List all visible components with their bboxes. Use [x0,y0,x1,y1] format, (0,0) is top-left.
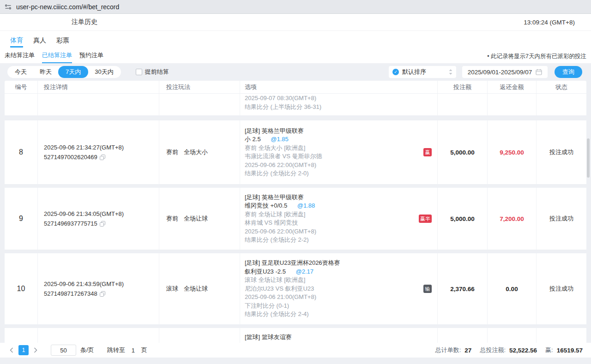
filter-bar: 今天 昨天 7天内 30天内 提前结算 ✓ 默认排序 2025/09/01-20… [7,66,586,78]
option-result-score: 结果比分 (全场比分 2-2) [245,236,437,245]
page-number-button[interactable]: 1 [18,345,29,355]
option-match: 林肯城 VS 维冈竞技 [245,219,437,227]
play-phase: 赛前 [166,148,178,156]
total-win-label: 赢: [545,346,553,354]
play-phase: 赛前 [166,215,178,223]
pagination-bar: 1 条/页 跳转至 1 页 总计单数: 27 总投注额: 52,522.56 赢… [0,343,591,358]
play-type: 全场让球 [184,215,208,223]
option-market: 赛前 全场让球 [欧洲盘] [245,210,437,219]
table-row-partial-top: 2025-09-07 08:30(GMT+8) 结果比分 (上半场比分 36-3… [5,94,586,115]
col-header-option: 选项 [240,81,438,93]
page-size-input[interactable] [51,345,76,356]
url-tune-icon[interactable] [5,4,12,10]
subtab-reserved[interactable]: 预约注单 [79,51,103,63]
play-type: 全场让球 [184,285,208,293]
table-row: 9 2025-09-06 21:34:05(GMT+8) 52714969377… [5,188,586,250]
sort-arrows-icon [449,69,452,75]
range-today-button[interactable]: 今天 [8,66,33,78]
play-phase: 滚球 [166,285,178,293]
result-badge: 赢 [423,148,432,156]
row-no: 8 [5,120,38,184]
jump-to-label: 跳转至 [107,346,125,354]
search-button[interactable]: 查询 [555,66,582,78]
col-header-no: 编号 [5,81,38,93]
subtab-unsettled[interactable]: 未结算注单 [5,51,35,63]
stake-amount: 5,000.00 [450,149,475,156]
copy-icon[interactable] [100,221,105,227]
jump-page-unit: 页 [141,346,147,354]
bet-id: 5271498717267348 [44,290,97,297]
option-market: 赛前 全场大小 [欧洲盘] [245,144,437,153]
option-odds: @2.17 [296,268,314,275]
option-bet-score: 下注时比分 (0-1) [245,302,437,310]
option-match: 尼泊尔U23 VS 叙利亚U23 [245,285,437,293]
copy-icon[interactable] [100,155,105,160]
category-tabs: 体育 真人 彩票 [0,30,591,48]
table-row: 8 2025-09-06 21:34:27(GMT+8) 52714970026… [5,120,586,184]
status-badge: 投注成功 [549,285,573,293]
early-settle-checkbox-wrap[interactable]: 提前结算 [136,68,169,76]
app-header: 注单历史 13:09:24 (GMT+8) [0,14,591,30]
totals-summary: 总计单数: 27 总投注额: 52,522.56 赢: 16519.57 [435,346,583,354]
col-header-detail: 投注详情 [38,81,159,93]
page-title: 注单历史 [0,18,97,26]
total-count-value: 27 [464,347,471,354]
early-settle-checkbox[interactable] [136,69,142,75]
option-match-time: 2025-09-06 21:00(GMT+8) [245,293,437,302]
copy-icon[interactable] [100,291,105,297]
range-7days-button[interactable]: 7天内 [58,66,88,78]
date-range-group: 今天 昨天 7天内 30天内 [7,66,121,78]
col-header-status: 状态 [537,81,586,93]
option-odds: @1.85 [271,136,289,143]
calendar-icon [536,69,542,75]
tab-sports[interactable]: 体育 [10,36,23,48]
option-pick: 维冈竞技 +0/0.5 [245,202,287,209]
vertical-scrollbar-thumb[interactable] [587,138,590,178]
option-match-time: 2025-09-07 08:30(GMT+8) [245,94,437,103]
status-badge: 投注成功 [549,148,573,156]
bet-table: 编号 投注详情 投注玩法 选项 投注额 返还金额 状态 2025-09-07 0… [5,81,586,343]
range-30days-button[interactable]: 30天内 [88,66,120,78]
bet-time: 2025-09-06 21:34:05(GMT+8) [44,210,159,217]
row-no: 10 [5,253,38,324]
payout-amount: 7,200.00 [500,215,524,222]
col-header-payout: 返还金额 [488,81,537,93]
bet-time: 2025-09-06 21:34:27(GMT+8) [44,144,159,151]
total-stake-value: 52,522.56 [509,347,537,354]
payout-amount: 9,250.00 [500,149,524,156]
date-range-picker[interactable]: 2025/09/01-2025/09/07 [462,66,548,78]
option-result-score: 结果比分 (上半场比分 36-31) [245,103,437,112]
tab-lottery[interactable]: 彩票 [56,36,69,48]
chevron-right-icon[interactable] [32,347,39,353]
check-circle-icon: ✓ [392,69,399,75]
sort-selected-label: 默认排序 [402,68,446,76]
stake-amount: 2,370.66 [450,286,475,292]
bet-id: 5271496937775715 [44,220,97,227]
table-header-row: 编号 投注详情 投注玩法 选项 投注额 返还金额 状态 [5,81,586,94]
chevron-left-icon[interactable] [8,347,15,353]
jump-page-value[interactable]: 1 [132,347,135,354]
url-text: user-pc-new.ciiicc.com/#/bet_record [16,3,119,11]
option-market: 滚球 全场让球 [欧洲盘] [245,276,437,285]
option-result-score: 结果比分 (全场比分 2-4) [245,310,437,319]
play-type: 全场大小 [184,148,208,156]
subtab-settled[interactable]: 已结算注单 [42,51,72,63]
tab-live[interactable]: 真人 [33,36,46,48]
option-match-time: 2025-09-06 22:00(GMT+8) [245,227,437,236]
server-clock: 13:09:24 (GMT+8) [524,19,575,26]
browser-address-bar[interactable]: user-pc-new.ciiicc.com/#/bet_record [0,0,591,14]
option-result-score: 结果比分 (全场比分 2-0) [245,169,437,178]
sort-select[interactable]: ✓ 默认排序 [389,66,456,78]
total-win-value: 16519.57 [557,347,583,354]
range-yesterday-button[interactable]: 昨天 [33,66,58,78]
option-match: 韦康比流浪者 VS 曼斯菲尔德 [245,152,437,161]
option-league: [足球] 英格兰甲级联赛 [245,193,437,202]
option-league: [篮球] 篮球友谊赛 [245,333,437,342]
col-header-stake: 投注额 [438,81,488,93]
stake-amount: 5,000.00 [450,215,475,222]
option-match-time: 2025-09-06 22:00(GMT+8) [245,161,437,170]
option-league: [足球] 亚足联U23亚洲杯2026资格赛 [245,259,437,268]
option-pick: 叙利亚U23 -2.5 [245,268,286,275]
result-badge: 输 [423,285,432,293]
total-count-label: 总计单数: [435,346,461,354]
